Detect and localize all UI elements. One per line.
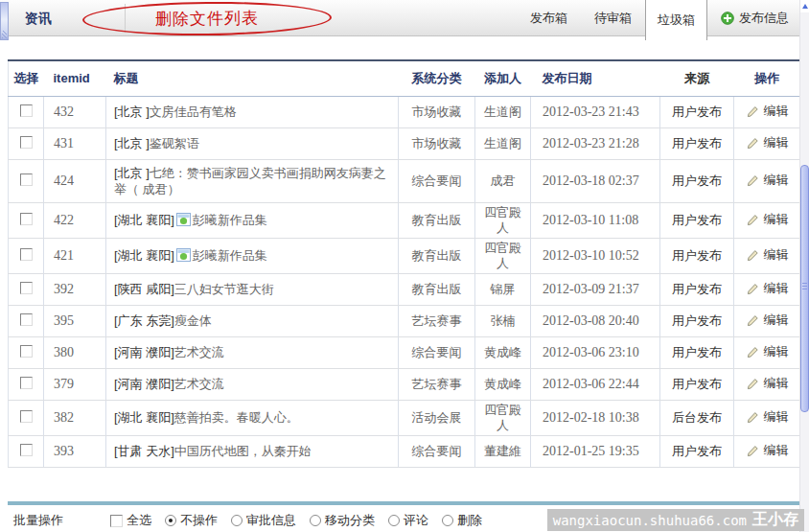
- batch-option-comment[interactable]: 评论: [388, 512, 428, 529]
- batch-option-move-category[interactable]: 移动分类: [310, 512, 375, 529]
- select-all-checkbox[interactable]: [110, 515, 123, 527]
- edit-button[interactable]: 编辑: [747, 312, 789, 329]
- select-cell: [9, 435, 44, 467]
- edit-button[interactable]: 编辑: [747, 375, 789, 392]
- batch-option-approve[interactable]: 审批信息: [231, 512, 296, 529]
- table-row: 392 [陕西 咸阳]三八妇女节逛大街 教育出版 锦屏 2012-03-09 2…: [9, 273, 801, 305]
- itemid-cell: 395: [44, 305, 106, 336]
- row-checkbox[interactable]: [20, 282, 33, 294]
- tab-publish-info-label: 发布信息: [739, 10, 789, 27]
- watermark: wangxiaocun.shuhua66.com 王小存: [547, 509, 804, 531]
- source-cell: 用户发布: [660, 305, 734, 336]
- row-checkbox[interactable]: [20, 377, 33, 389]
- batch-option-label: 审批信息: [246, 512, 296, 529]
- batch-option-delete[interactable]: 删除: [442, 512, 482, 529]
- select-cell: [9, 159, 44, 202]
- source-cell: 用户发布: [660, 96, 734, 127]
- scrollbar-thumb[interactable]: [800, 165, 809, 412]
- edit-button[interactable]: 编辑: [747, 246, 789, 264]
- annotation-oval: 删除文件列表: [82, 1, 332, 37]
- row-checkbox[interactable]: [20, 410, 33, 423]
- itemid-cell: 421: [44, 238, 106, 273]
- category-cell: 市场收藏: [399, 127, 475, 159]
- select-cell: [9, 336, 44, 368]
- table-row: 379 [河南 濮阳]艺术交流 艺坛赛事 黄成峰 2012-03-06 22:4…: [9, 368, 801, 400]
- image-icon: [176, 248, 191, 262]
- action-cell: 编辑: [734, 435, 801, 467]
- date-cell: 2012-03-10 10:52: [531, 238, 660, 273]
- select-cell: [9, 238, 44, 273]
- title-cell: [湖北 襄阳]彭曦新作品集: [106, 202, 399, 238]
- pencil-icon: [747, 137, 759, 150]
- batch-operations-label: 批量操作: [8, 512, 110, 529]
- table-header-row: 选择 itemid 标题 系统分类 添加人 发布日期 来源 操作: [9, 60, 801, 96]
- vertical-scrollbar[interactable]: [799, 0, 809, 532]
- module-title: 资讯: [25, 11, 52, 28]
- category-cell: 活动会展: [399, 400, 475, 435]
- action-cell: 编辑: [734, 127, 801, 159]
- radio-move-category[interactable]: [310, 515, 321, 526]
- table-row: 424 [北京 ]七绝：赞书画家园义卖书画捐助网友病妻之举（ 成君） 综合要闻 …: [9, 159, 801, 202]
- edit-button[interactable]: 编辑: [747, 280, 789, 297]
- title-cell: [湖北 襄阳]彭曦新作品集: [106, 238, 399, 273]
- edit-button[interactable]: 编辑: [747, 211, 789, 228]
- row-checkbox[interactable]: [20, 248, 33, 261]
- edit-button[interactable]: 编辑: [747, 343, 789, 360]
- source-cell: 用户发布: [660, 238, 734, 273]
- watermark-name: 王小存: [752, 510, 798, 530]
- title-cell: [北京 ]文房佳品有笔格: [106, 96, 399, 127]
- tab-trash-box[interactable]: 垃圾箱: [645, 0, 707, 40]
- radio-no-action[interactable]: [165, 515, 176, 526]
- radio-comment[interactable]: [388, 515, 400, 526]
- pencil-icon: [747, 249, 759, 262]
- title-cell: [陕西 咸阳]三八妇女节逛大街: [106, 273, 399, 305]
- category-cell: 教育出版: [399, 202, 475, 238]
- action-cell: 编辑: [734, 238, 801, 273]
- select-all-option[interactable]: 全选: [110, 512, 151, 529]
- radio-delete[interactable]: [442, 515, 453, 526]
- select-cell: [9, 202, 44, 238]
- category-cell: 教育出版: [399, 238, 475, 273]
- edit-button[interactable]: 编辑: [747, 442, 789, 459]
- edit-button[interactable]: 编辑: [747, 134, 789, 151]
- adder-cell: 黄成峰: [475, 336, 531, 368]
- tab-pending-box[interactable]: 待审箱: [581, 10, 645, 27]
- pencil-icon: [747, 214, 759, 226]
- adder-cell: 生道阁: [475, 96, 531, 127]
- row-checkbox[interactable]: [20, 345, 33, 358]
- row-checkbox[interactable]: [20, 104, 33, 117]
- row-checkbox[interactable]: [20, 444, 33, 456]
- edit-button[interactable]: 编辑: [747, 172, 789, 189]
- batch-option-label: 不操作: [180, 512, 218, 529]
- date-cell: 2012-03-23 21:43: [531, 96, 660, 127]
- scroll-up-arrow-icon[interactable]: [800, 0, 809, 12]
- source-cell: 用户发布: [660, 202, 734, 238]
- pencil-icon: [747, 445, 759, 457]
- date-cell: 2012-03-06 22:44: [531, 368, 660, 400]
- sidebar-splitter-handle[interactable]: [0, 2, 9, 40]
- select-cell: [9, 127, 44, 159]
- table-row: 431 [北京 ]鉴砚絮语 市场收藏 生道阁 2012-03-23 21:28 …: [9, 127, 801, 159]
- action-cell: 编辑: [734, 273, 801, 305]
- row-checkbox[interactable]: [20, 213, 33, 225]
- edit-button[interactable]: 编辑: [747, 408, 789, 426]
- radio-approve[interactable]: [231, 515, 243, 526]
- top-tab-bar: 资讯 删除文件列表 发布箱 待审箱 垃圾箱 发布信息: [0, 0, 800, 36]
- edit-button[interactable]: 编辑: [747, 103, 789, 120]
- row-checkbox[interactable]: [20, 313, 33, 326]
- col-header-adder: 添加人: [475, 60, 531, 96]
- date-cell: 2012-03-09 21:37: [531, 273, 660, 305]
- batch-option-no-action[interactable]: 不操作: [165, 512, 218, 529]
- tab-publish-box[interactable]: 发布箱: [517, 10, 581, 27]
- pencil-icon: [747, 314, 759, 327]
- itemid-cell: 432: [44, 96, 106, 127]
- itemid-cell: 380: [44, 336, 106, 368]
- action-cell: 编辑: [734, 202, 801, 238]
- tab-publish-info[interactable]: 发布信息: [707, 10, 793, 27]
- adder-cell: 张楠: [475, 305, 531, 336]
- table-footer-divider: [8, 501, 800, 505]
- row-checkbox[interactable]: [20, 136, 33, 149]
- row-checkbox[interactable]: [20, 173, 33, 186]
- table-row: 421 [湖北 襄阳]彭曦新作品集 教育出版 四官殿人 2012-03-10 1…: [9, 238, 801, 273]
- itemid-cell: 431: [44, 127, 106, 159]
